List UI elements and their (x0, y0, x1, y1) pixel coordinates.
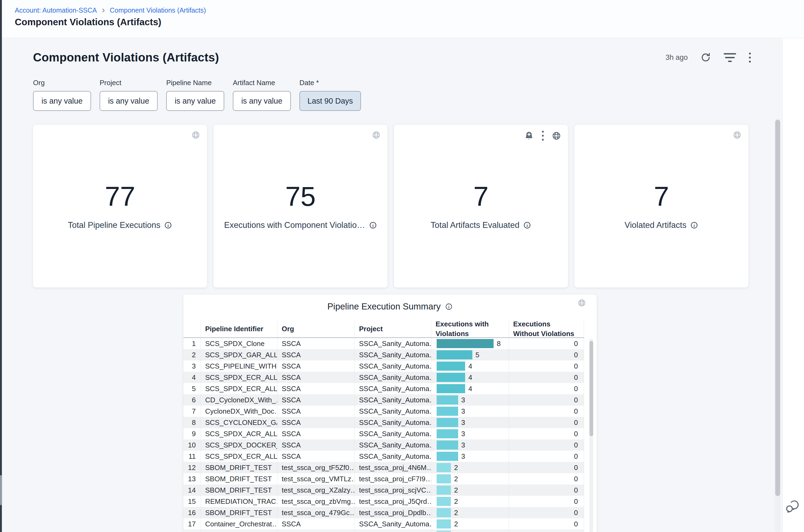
project-header: Project (355, 321, 431, 337)
pipeline-identifier-cell: SCS_SPDX_ECR_ALL_… (205, 452, 277, 461)
without-violations-count: 0 (574, 452, 578, 461)
violations-count: 4 (468, 385, 472, 393)
filter-date-value-button[interactable]: Last 90 Days (299, 91, 361, 111)
org-cell: SSCA (282, 520, 301, 528)
card-violated-artifacts: 7 Violated Artifacts (574, 125, 748, 287)
filter-project-label: Project (100, 79, 157, 87)
metric-label: Total Artifacts Evaluated (431, 221, 520, 230)
table-row[interactable]: 12 SBOM_DRIFT_TEST test_ssca_org_tF5Zf0…… (183, 462, 584, 473)
project-cell: SSCA_Sanity_Automa… (359, 407, 431, 416)
row-number: 15 (188, 497, 196, 506)
pipeline-identifier-cell: SCS_SPDX_ECR_ALL_… (205, 373, 277, 382)
pipeline-identifier-cell: SBOM_DRIFT_TEST (205, 475, 272, 483)
table-row[interactable]: 3 SCS_PIPELINE_WITH… SSCA SSCA_Sanity_Au… (183, 360, 584, 372)
violations-count: 3 (461, 452, 465, 461)
filter-artifact-name-value-button[interactable]: is any value (233, 91, 291, 111)
table-row[interactable]: 9 SCS_SPDX_ACR_ALL… SSCA SSCA_Sanity_Aut… (183, 428, 584, 439)
support-chat-icon[interactable] (785, 499, 800, 515)
violations-bar (437, 429, 458, 438)
without-violations-count: 0 (574, 441, 578, 449)
table-row[interactable]: 6 CD_CycloneDX_With_… SSCA SSCA_Sanity_A… (183, 394, 584, 405)
table-row[interactable]: 16 SBOM_DRIFT_TEST test_ssca_org_479Gc… … (183, 507, 584, 518)
info-icon[interactable] (523, 221, 531, 229)
chevron-right-icon (101, 8, 106, 13)
project-cell: test_ssca_proj_cF7I9… (359, 475, 431, 483)
globe-icon[interactable] (191, 131, 200, 139)
metric-label: Violated Artifacts (624, 221, 686, 230)
table-row[interactable]: 1 SCS_SPDX_Clone SSCA SSCA_Sanity_Automa… (183, 338, 584, 349)
alert-bell-plus-icon[interactable] (524, 131, 534, 141)
info-icon[interactable] (445, 303, 453, 310)
pipeline-identifier-header: Pipeline Identifier (201, 321, 277, 337)
project-cell: test_ssca_proj_Dpdlb… (359, 509, 431, 517)
without-violations-count: 0 (574, 396, 578, 404)
filter-project: Project is any value (100, 79, 157, 111)
org-cell: test_ssca_org_zbVmg… (282, 497, 355, 506)
left-nav-scrollbar-thumb[interactable] (0, 475, 2, 505)
table-row[interactable]: 8 SCS_CYCLONEDX_GA… SSCA SSCA_Sanity_Aut… (183, 417, 584, 428)
filter-org-value-button[interactable]: is any value (33, 91, 91, 111)
globe-icon[interactable] (733, 131, 742, 139)
project-cell: SSCA_Sanity_Automa… (359, 441, 431, 449)
violations-bar (437, 350, 472, 359)
info-icon[interactable] (369, 221, 377, 229)
globe-icon[interactable] (372, 131, 380, 139)
table-row[interactable]: 7 CycloneDX_With_Doc… SSCA SSCA_Sanity_A… (183, 405, 584, 417)
row-number: 4 (192, 373, 196, 382)
table-row[interactable]: 17 Container_Orchestrat… SSCA SSCA_Sanit… (183, 518, 584, 530)
org-cell: SSCA (282, 452, 301, 461)
metric-value: 75 (285, 182, 316, 211)
project-cell: SSCA_Sanity_Automa… (359, 396, 431, 404)
table-row[interactable]: 15 REMEDIATION_TRAC… test_ssca_org_zbVmg… (183, 496, 584, 507)
org-cell: SSCA (282, 385, 301, 393)
filter-icon[interactable] (724, 53, 736, 62)
last-refreshed-label: 3h ago (666, 53, 688, 62)
table-row-partial[interactable] (183, 530, 584, 532)
executions-with-violations-header: Executions with Violations (431, 321, 509, 337)
breadcrumb-current-link[interactable]: Component Violations (Artifacts) (110, 6, 206, 14)
page: Account: Automation-SSCA Component Viola… (0, 0, 804, 532)
page-scrollbar (774, 118, 781, 532)
filter-project-value-button[interactable]: is any value (100, 91, 157, 111)
info-icon[interactable] (164, 221, 172, 229)
filter-artifact-name-label: Artifact Name (233, 79, 291, 87)
info-icon[interactable] (690, 221, 698, 229)
row-number: 16 (188, 509, 196, 517)
table-row[interactable]: 4 SCS_SPDX_ECR_ALL_… SSCA SSCA_Sanity_Au… (183, 372, 584, 383)
refresh-icon[interactable] (700, 52, 711, 62)
row-number: 7 (192, 407, 196, 416)
globe-icon[interactable] (552, 131, 561, 140)
violations-bar (437, 531, 451, 532)
filter-pipeline-name-value-button[interactable]: is any value (166, 91, 224, 111)
dashboard-area: Component Violations (Artifacts) 3h ago … (2, 38, 783, 532)
violations-bar (437, 339, 493, 348)
org-cell: SSCA (282, 441, 301, 449)
pipeline-execution-summary-panel: Pipeline Execution Summary Pipeline Iden… (183, 294, 597, 532)
kebab-menu-icon[interactable] (749, 53, 751, 62)
violations-bar (437, 463, 451, 472)
dashboard-title: Component Violations (Artifacts) (33, 51, 219, 64)
table-row[interactable]: 11 SCS_SPDX_ECR_ALL_… SSCA SSCA_Sanity_A… (183, 451, 584, 462)
page-scrollbar-thumb[interactable] (775, 120, 780, 496)
violations-count: 3 (461, 407, 465, 416)
filter-pipeline-name-label: Pipeline Name (166, 79, 224, 87)
globe-icon[interactable] (578, 299, 586, 307)
metric-value: 7 (654, 182, 669, 211)
table-row[interactable]: 5 SCS_SPDX_ECR_ALL_… SSCA SSCA_Sanity_Au… (183, 383, 584, 394)
filter-pipeline-name: Pipeline Name is any value (166, 79, 224, 111)
row-number: 13 (188, 475, 196, 483)
org-cell: SSCA (282, 418, 301, 427)
row-number: 9 (192, 430, 196, 438)
pipeline-identifier-cell: SCS_SPDX_GAR_ALL… (205, 351, 277, 359)
table-row[interactable]: 13 SBOM_DRIFT_TEST test_ssca_org_VMTLz… … (183, 473, 584, 484)
table-row[interactable]: 2 SCS_SPDX_GAR_ALL… SSCA SSCA_Sanity_Aut… (183, 349, 584, 360)
violations-count: 2 (454, 463, 458, 472)
table-row[interactable]: 14 SBOM_DRIFT_TEST test_ssca_org_XZalzy…… (183, 484, 584, 496)
table-scrollbar-thumb[interactable] (590, 341, 593, 436)
violations-bar (437, 384, 465, 393)
kebab-menu-icon[interactable] (542, 131, 544, 141)
violations-bar (437, 373, 465, 382)
without-violations-count: 0 (574, 463, 578, 472)
breadcrumb-account-link[interactable]: Account: Automation-SSCA (15, 6, 97, 14)
table-row[interactable]: 10 SCS_SPDX_DOCKER_… SSCA SSCA_Sanity_Au… (183, 439, 584, 451)
